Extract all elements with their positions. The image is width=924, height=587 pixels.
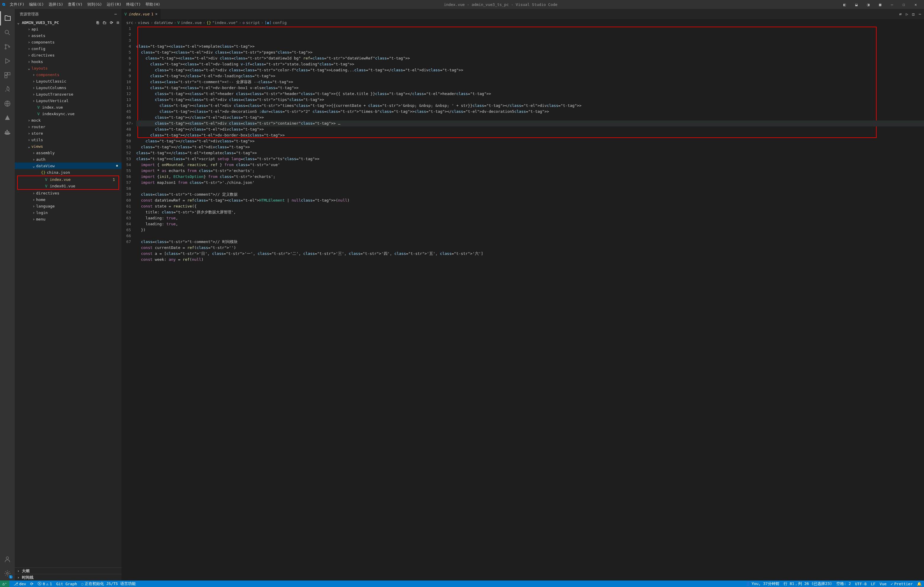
run-debug-icon[interactable] xyxy=(0,54,15,68)
tree-item[interactable]: ›menu xyxy=(15,216,122,222)
file-tree[interactable]: ›api›assets›components›config›directives… xyxy=(15,26,122,567)
code-line[interactable]: class="t-tag"><class="t-el">templateclas… xyxy=(136,43,924,49)
tree-item[interactable]: Vindex.vue xyxy=(15,104,122,110)
code-line[interactable] xyxy=(136,233,924,239)
menu-edit[interactable]: 编辑(E) xyxy=(26,2,46,7)
collapse-all-icon[interactable]: ⊟ xyxy=(117,20,119,25)
rocket-icon[interactable] xyxy=(0,82,15,97)
tree-item[interactable]: ›router xyxy=(15,123,122,130)
tree-item[interactable]: ›LayoutVertical xyxy=(15,97,122,104)
tree-item[interactable]: ›api xyxy=(15,26,122,32)
tree-item[interactable]: ›assembly xyxy=(15,150,122,156)
breadcrumb-item[interactable]: index.vue xyxy=(181,20,202,25)
cursor-position[interactable]: 行 81，列 26 (已选择23) xyxy=(784,581,832,586)
code-line[interactable]: class="t-tag"></class="t-el">divclass="t… xyxy=(136,138,924,144)
code-line[interactable]: class="t-tag"><class="t-el">header class… xyxy=(136,91,924,97)
tree-item[interactable]: {}china.json xyxy=(15,169,122,176)
code-line[interactable]: class="t-tag"><class="t-el">div class=cl… xyxy=(136,103,924,109)
breadcrumb-item[interactable]: src xyxy=(126,20,133,25)
code-line[interactable]: const state = reactive({ xyxy=(136,203,924,209)
tree-item[interactable]: ›config xyxy=(15,45,122,52)
run-icon[interactable]: ▷ xyxy=(906,12,908,16)
account-icon[interactable] xyxy=(0,552,15,566)
code-line[interactable]: const week: any = ref(null) xyxy=(136,257,924,263)
fold-icon[interactable]: › xyxy=(131,120,133,127)
tree-item[interactable]: ›components xyxy=(15,71,122,78)
tree-item[interactable]: ›language xyxy=(15,203,122,209)
git-branch[interactable]: ⎇ dev xyxy=(14,582,26,586)
tree-item[interactable]: ›directives xyxy=(15,52,122,58)
search-nav-icon[interactable] xyxy=(0,25,15,39)
compare-icon[interactable]: ⇄ xyxy=(899,12,902,16)
window-minimize-icon[interactable]: ― xyxy=(886,2,898,7)
ts-status[interactable]: ◌ 正在初始化 JS/TS 语言功能 xyxy=(81,581,136,586)
menu-goto[interactable]: 转到(G) xyxy=(85,2,104,7)
code-line[interactable]: const dataViewRef = refclass="t-tag"><cl… xyxy=(136,197,924,203)
breadcrumb-item[interactable]: script xyxy=(246,20,260,25)
tree-item[interactable]: ›store xyxy=(15,130,122,136)
timeline-section[interactable]: 时间线 xyxy=(22,575,33,580)
docker-icon[interactable] xyxy=(0,125,15,139)
remote-indicator[interactable]: ⌂⁺ xyxy=(0,580,10,587)
tab-close-icon[interactable]: × xyxy=(155,12,158,16)
code-line[interactable]: const a = [class="t-str">'日', class="t-s… xyxy=(136,251,924,257)
tree-item[interactable]: ›mock xyxy=(15,117,122,123)
tree-item[interactable]: Vindex01.vue xyxy=(18,183,119,189)
menu-view[interactable]: 查看(V) xyxy=(66,2,85,7)
code-line[interactable]: class="t-tag"><class="t-el">div class=cl… xyxy=(136,120,924,127)
extensions-icon[interactable] xyxy=(0,68,15,82)
tree-item[interactable]: ›hooks xyxy=(15,58,122,65)
menu-run[interactable]: 运行(R) xyxy=(104,2,124,7)
tree-item[interactable]: Vindex.vue1 xyxy=(18,176,119,183)
code-line[interactable]: class="t-tag"><class="t-el">dv-loading v… xyxy=(136,61,924,67)
remote-explorer-icon[interactable] xyxy=(0,97,15,111)
refresh-icon[interactable]: ⟳ xyxy=(110,20,113,25)
new-file-icon[interactable]: ⎘ xyxy=(97,20,99,25)
tree-item[interactable]: ›LayoutTransverse xyxy=(15,91,122,97)
chevron-down-icon[interactable]: ⌄ xyxy=(17,20,22,25)
code-line[interactable]: const currentDate = ref(class="t-str">''… xyxy=(136,245,924,251)
code-line[interactable]: class="t-tag"></class="t-el">templatecla… xyxy=(136,150,924,156)
tree-item[interactable]: ›login xyxy=(15,209,122,216)
code-line[interactable]: class="t-tag"><class="t-el">div class=cl… xyxy=(136,49,924,55)
encoding[interactable]: UTF-8 xyxy=(855,582,866,586)
code-line[interactable]: title: class="t-str">'拼夕夕数据大屏管理', xyxy=(136,209,924,215)
errors-warnings[interactable]: ⓧ 0 ⚠ 1 xyxy=(38,581,52,586)
indentation[interactable]: 空格: 2 xyxy=(836,581,851,586)
code-line[interactable]: class="t-tag"><class="t-el">dv-border-bo… xyxy=(136,85,924,91)
code-line[interactable]: import { onMounted, reactive, ref } from… xyxy=(136,162,924,168)
code-line[interactable]: class="t-tag"><class="t-el">div class=cl… xyxy=(136,97,924,103)
code-line[interactable]: class="t-tag"><class="t-el">div class=cl… xyxy=(136,55,924,61)
prettier[interactable]: ✓ Prettier xyxy=(891,582,913,586)
tree-item[interactable]: VindexAsync.vue xyxy=(15,110,122,117)
more-actions-icon[interactable]: ⋯ xyxy=(114,12,117,16)
chevron-right-icon[interactable]: › xyxy=(17,575,22,580)
code-line[interactable]: class=class="t-str">"t-comment"><!-- 全屏容… xyxy=(136,79,924,85)
menu-file[interactable]: 文件(F) xyxy=(7,2,26,7)
code-line[interactable]: class="t-tag"></class="t-el">divclass="t… xyxy=(136,144,924,150)
layout-side-icon[interactable]: ◧ xyxy=(839,2,851,7)
code-line[interactable]: class="t-tag"></class="t-el">dv-loadingc… xyxy=(136,73,924,79)
sync-icon[interactable]: ⟳ xyxy=(30,582,33,586)
window-close-icon[interactable]: ✕ xyxy=(910,2,922,7)
breadcrumb-item[interactable]: views xyxy=(138,20,149,25)
tree-item[interactable]: ›LayoutClassic xyxy=(15,78,122,84)
tree-item[interactable]: ›directives xyxy=(15,190,122,196)
chevron-right-icon[interactable]: › xyxy=(17,569,22,573)
tree-item[interactable]: ›utils xyxy=(15,136,122,143)
code-line[interactable]: import * as echarts from class="t-str">'… xyxy=(136,168,924,174)
tree-item[interactable]: ⌄views xyxy=(15,143,122,150)
code-line[interactable]: laading: true, xyxy=(136,215,924,221)
notifications-icon[interactable]: 🔔 xyxy=(917,582,922,586)
tree-item[interactable]: ›auth xyxy=(15,156,122,163)
tree-item[interactable]: ›components xyxy=(15,39,122,45)
bell-icon[interactable] xyxy=(0,111,15,125)
layout-panel-icon[interactable]: ⬓ xyxy=(851,2,862,7)
breadcrumbs[interactable]: src› views› dataView› V index.vue› {} "i… xyxy=(122,19,924,26)
code-content[interactable]: class="t-tag"><class="t-el">templateclas… xyxy=(136,26,924,580)
layout-custom-icon[interactable]: ▦ xyxy=(874,2,886,7)
code-line[interactable]: import {init, EChartsOption} from class=… xyxy=(136,174,924,180)
settings-gear-icon[interactable]: 1 xyxy=(0,566,15,580)
code-line[interactable]: class="t-tag"><class="t-el">dv-decoratio… xyxy=(136,109,924,115)
breadcrumb-item[interactable]: dataView xyxy=(154,20,173,25)
